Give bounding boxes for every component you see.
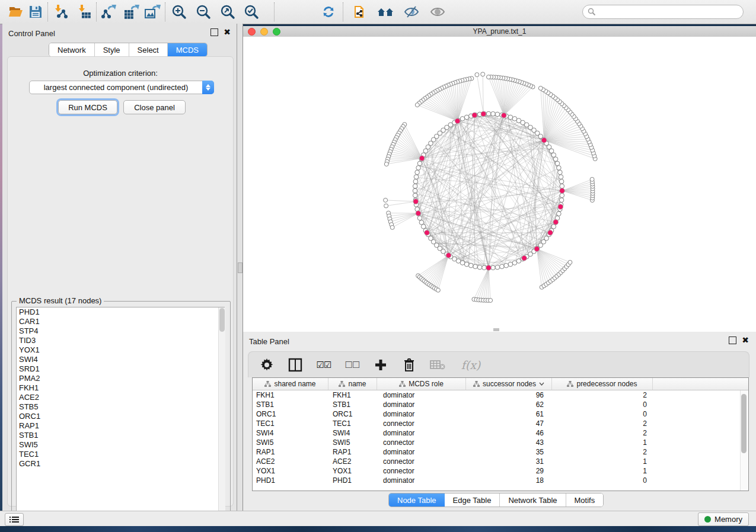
mcds-result-item[interactable]: PHD1: [17, 307, 224, 317]
tab-style[interactable]: Style: [95, 43, 129, 56]
mcds-result-list[interactable]: PHD1CAR1STP4TID3YOX1SWI4SRD1PMA2FKH1ACE2…: [16, 307, 225, 517]
cell-predecessor-nodes[interactable]: 0: [552, 476, 653, 485]
cell-mcds-role[interactable]: dominator: [377, 476, 466, 485]
cell-predecessor-nodes[interactable]: 0: [552, 400, 653, 409]
column-header-mcds-role[interactable]: MCDS role: [377, 378, 466, 390]
cell-shared-name[interactable]: SWI5: [253, 438, 328, 447]
mcds-result-item[interactable]: YOX1: [17, 345, 224, 355]
mcds-result-item[interactable]: SWI4: [17, 355, 224, 364]
splitter-handle[interactable]: [238, 262, 243, 273]
cell-successor-nodes[interactable]: 47: [466, 419, 552, 428]
open-file-icon[interactable]: [7, 3, 25, 21]
cell-shared-name[interactable]: ACE2: [253, 457, 328, 466]
cell-mcds-role[interactable]: connector: [377, 457, 466, 466]
tab-network-table[interactable]: Network Table: [500, 493, 566, 507]
add-column-icon[interactable]: [373, 357, 388, 373]
table-row[interactable]: ACE2ACE2connector311: [253, 457, 748, 466]
cell-predecessor-nodes[interactable]: 1: [552, 457, 653, 466]
panel-splitter[interactable]: [237, 24, 243, 511]
table-row[interactable]: PHD1PHD1dominator180: [253, 476, 748, 485]
cell-successor-nodes[interactable]: 35: [466, 448, 552, 456]
share-document-icon[interactable]: [351, 3, 370, 21]
cell-shared-name[interactable]: ORC1: [253, 410, 328, 418]
mcds-result-item[interactable]: SRD1: [17, 364, 224, 374]
cell-predecessor-nodes[interactable]: 2: [552, 391, 653, 399]
import-network-icon[interactable]: [52, 3, 71, 21]
close-panel-icon[interactable]: ✖: [742, 337, 749, 344]
cell-mcds-role[interactable]: dominator: [377, 391, 466, 399]
run-mcds-button[interactable]: Run MCDS: [58, 100, 117, 114]
export-image-icon[interactable]: [143, 3, 162, 21]
float-panel-icon[interactable]: [729, 336, 736, 344]
mcds-result-item[interactable]: STB5: [17, 402, 224, 412]
network-hscroll-thumb[interactable]: [493, 328, 499, 331]
cell-successor-nodes[interactable]: 31: [466, 457, 552, 466]
cell-predecessor-nodes[interactable]: 2: [552, 429, 653, 437]
show-all-icon[interactable]: [428, 3, 447, 21]
cell-shared-name[interactable]: RAP1: [253, 448, 328, 456]
table-row[interactable]: FKH1FKH1dominator962: [253, 390, 748, 400]
zoom-out-icon[interactable]: [194, 3, 213, 21]
cell-mcds-role[interactable]: connector: [377, 467, 466, 475]
memory-button[interactable]: Memory: [698, 512, 749, 526]
mcds-result-item[interactable]: CAR1: [17, 317, 224, 326]
close-panel-button[interactable]: Close panel: [123, 100, 186, 114]
mcds-list-scrollbar[interactable]: [218, 307, 225, 516]
export-network-icon[interactable]: [100, 3, 119, 21]
table-row[interactable]: ORC1ORC1dominator610: [253, 409, 748, 419]
mcds-result-item[interactable]: FKH1: [17, 383, 224, 393]
cell-successor-nodes[interactable]: 46: [466, 429, 552, 437]
cell-name[interactable]: YOX1: [328, 467, 377, 475]
mcds-result-item[interactable]: TEC1: [17, 450, 224, 459]
mcds-result-item[interactable]: GCR1: [17, 459, 224, 469]
cell-shared-name[interactable]: STB1: [253, 400, 328, 409]
cell-predecessor-nodes[interactable]: 1: [552, 467, 653, 475]
column-header-name[interactable]: name: [328, 378, 377, 390]
mcds-result-item[interactable]: STB1: [17, 431, 224, 440]
cell-shared-name[interactable]: TEC1: [253, 419, 328, 428]
cell-predecessor-nodes[interactable]: 2: [552, 419, 653, 428]
save-session-icon[interactable]: [26, 3, 45, 21]
mcds-result-item[interactable]: STP4: [17, 326, 224, 336]
zoom-in-icon[interactable]: [170, 3, 189, 21]
close-panel-icon[interactable]: ✖: [224, 29, 231, 36]
mcds-result-item[interactable]: TID3: [17, 336, 224, 345]
cell-shared-name[interactable]: FKH1: [253, 391, 328, 399]
mcds-result-item[interactable]: PMA2: [17, 374, 224, 383]
cell-successor-nodes[interactable]: 29: [466, 467, 552, 475]
cell-name[interactable]: FKH1: [328, 391, 377, 399]
cell-successor-nodes[interactable]: 43: [466, 438, 552, 447]
tab-node-table[interactable]: Node Table: [389, 493, 445, 507]
table-settings-gear-icon[interactable]: [259, 357, 275, 373]
refresh-icon[interactable]: [319, 3, 338, 21]
select-all-icon[interactable]: ☑☑: [316, 357, 331, 373]
cell-name[interactable]: STB1: [328, 400, 377, 409]
table-row[interactable]: RAP1RAP1dominator352: [253, 447, 748, 457]
cell-successor-nodes[interactable]: 18: [466, 476, 552, 485]
show-columns-icon[interactable]: [288, 357, 303, 373]
table-row[interactable]: SWI5SWI5connector431: [253, 438, 748, 447]
table-row[interactable]: TEC1TEC1connector472: [253, 419, 748, 428]
cell-predecessor-nodes[interactable]: 0: [552, 410, 653, 418]
cell-mcds-role[interactable]: dominator: [377, 410, 466, 418]
cell-name[interactable]: SWI5: [328, 438, 377, 447]
cell-name[interactable]: PHD1: [328, 476, 377, 485]
table-scrollbar-thumb[interactable]: [741, 394, 747, 453]
table-row[interactable]: STB1STB1dominator620: [253, 400, 748, 409]
cell-shared-name[interactable]: YOX1: [253, 467, 328, 475]
cell-name[interactable]: TEC1: [328, 419, 377, 428]
tab-motifs[interactable]: Motifs: [566, 493, 604, 507]
tab-network[interactable]: Network: [49, 43, 95, 56]
zoom-fit-icon[interactable]: [218, 3, 237, 21]
zoom-selected-icon[interactable]: [242, 3, 261, 21]
cell-mcds-role[interactable]: dominator: [377, 429, 466, 437]
cell-mcds-role[interactable]: dominator: [377, 400, 466, 409]
import-table-icon[interactable]: [75, 3, 94, 21]
column-header-shared-name[interactable]: shared name: [253, 378, 328, 390]
cell-name[interactable]: SWI4: [328, 429, 377, 437]
first-neighbors-icon[interactable]: [376, 3, 395, 21]
cell-name[interactable]: ORC1: [328, 410, 377, 418]
cell-shared-name[interactable]: SWI4: [253, 429, 328, 437]
tab-mcds[interactable]: MCDS: [168, 43, 207, 56]
optimization-criterion-select[interactable]: largest connected component (undirected): [29, 81, 214, 94]
